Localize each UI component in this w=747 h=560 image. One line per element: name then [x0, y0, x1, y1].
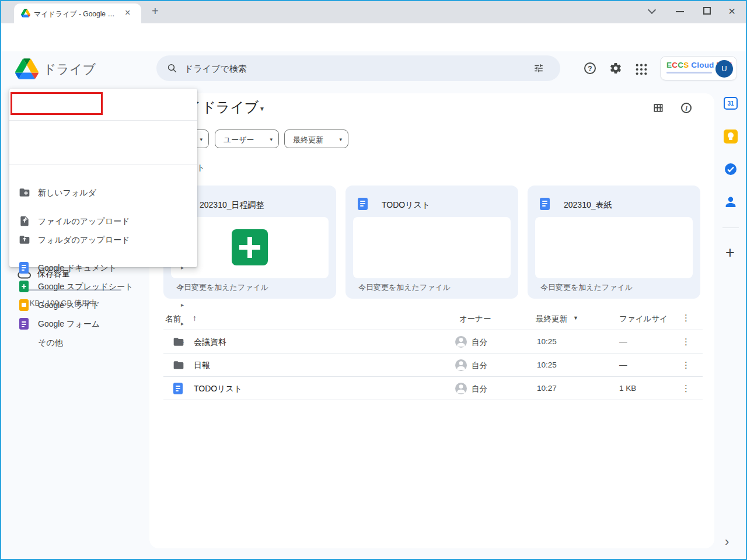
card-preview: [353, 217, 511, 278]
row-kebab-icon[interactable]: ⋮: [682, 360, 690, 370]
sort-ascending-icon[interactable]: ↑: [193, 313, 197, 323]
help-icon[interactable]: ?: [584, 62, 596, 74]
drive-logo-text: ドライブ: [43, 61, 96, 78]
suggestions-section-label-fragment: ト: [197, 163, 205, 173]
search-icon: [167, 63, 177, 74]
drive-favicon-icon: [21, 9, 30, 18]
chevron-down-icon: ▾: [339, 136, 342, 142]
menu-item-label: Google スライド: [38, 300, 100, 311]
column-header-owner[interactable]: オーナー: [459, 314, 491, 324]
add-side-panel-app-button[interactable]: +: [725, 244, 735, 262]
drive-search-bar[interactable]: [156, 55, 560, 81]
submenu-arrow-icon: ▸: [181, 264, 184, 271]
file-name: TODOリスト: [194, 384, 242, 394]
chevron-down-icon: ▾: [270, 136, 273, 142]
file-size: —: [619, 337, 627, 346]
column-header-modified[interactable]: 最終更新: [536, 314, 567, 324]
card-footer: 今日変更を加えたファイル: [540, 282, 633, 293]
menu-item-label: Google ドキュメント: [38, 263, 117, 274]
modified-time: 10:25: [537, 337, 557, 346]
title-bar: マイドライブ - Google ドライブ × + ×: [0, 0, 747, 23]
owner-avatar-icon: [455, 336, 467, 348]
badge-letter: S: [683, 61, 689, 69]
browser-window: マイドライブ - Google ドライブ × + × drive.google.…: [0, 0, 747, 560]
divider: [163, 376, 703, 377]
file-upload-icon: [19, 215, 30, 227]
file-size: —: [619, 360, 627, 369]
file-size: 1 KB: [619, 384, 636, 393]
docs-file-icon: [173, 383, 183, 394]
modified-time: 10:25: [537, 360, 557, 369]
contacts-icon[interactable]: [724, 195, 738, 209]
suggested-card[interactable]: TODOリスト 今日変更を加えたファイル: [345, 186, 518, 299]
row-kebab-icon[interactable]: ⋮: [682, 383, 690, 394]
submenu-arrow-icon: ▸: [181, 283, 184, 289]
new-menu: 新しいフォルダ ファイルのアップロード フォルダのアップロード Google ド…: [9, 89, 197, 267]
browser-tab[interactable]: マイドライブ - Google ドライブ ×: [14, 4, 141, 23]
card-footer: 今日変更を加えたファイル: [358, 282, 451, 293]
divider: [9, 120, 197, 121]
badge-letter: E: [666, 61, 672, 69]
submenu-arrow-icon: ▸: [181, 320, 184, 327]
divider: [163, 330, 703, 330]
column-header-size[interactable]: ファイルサイ: [619, 314, 668, 324]
forms-icon: [19, 318, 29, 330]
menu-item-label: その他: [38, 338, 63, 348]
table-options-kebab-icon[interactable]: ⋮: [682, 313, 690, 323]
docs-file-icon: [540, 198, 550, 210]
filter-chip-people[interactable]: ユーザー ▾: [215, 130, 279, 148]
annotation-highlight-box: [11, 92, 103, 115]
divider: [163, 400, 703, 400]
suggested-card[interactable]: 202310_表紙 今日変更を加えたファイル: [528, 186, 700, 299]
settings-gear-icon[interactable]: [609, 62, 622, 75]
chip-label: ユーザー: [224, 135, 254, 145]
sheets-thumbnail-icon: [232, 229, 268, 265]
tab-search-chevron-icon[interactable]: [648, 6, 656, 14]
row-kebab-icon[interactable]: ⋮: [682, 337, 690, 347]
expand-side-panel-chevron-icon[interactable]: ›: [725, 534, 729, 550]
search-options-icon[interactable]: [533, 63, 544, 74]
docs-icon: [19, 262, 29, 274]
menu-item-label: 新しいフォルダ: [38, 188, 96, 198]
card-title: 202310_表紙: [564, 200, 612, 211]
card-title: 202310_日程調整: [200, 200, 264, 211]
grid-view-toggle-icon[interactable]: [652, 102, 664, 114]
calendar-icon[interactable]: 31: [724, 97, 738, 110]
search-input[interactable]: [184, 61, 500, 75]
sort-descending-icon[interactable]: ▼: [573, 315, 578, 321]
account-avatar[interactable]: U: [715, 60, 733, 78]
badge-letter: C: [672, 61, 678, 69]
window-close-button[interactable]: ×: [728, 4, 735, 18]
owner-avatar-icon: [455, 359, 467, 371]
window-minimize-button[interactable]: [676, 11, 684, 12]
column-header-name[interactable]: 名前: [165, 314, 181, 324]
slides-icon: [19, 299, 29, 311]
new-tab-button[interactable]: +: [152, 5, 159, 18]
badge-letter: C: [678, 61, 683, 69]
menu-item-label: フォルダのアップロード: [38, 235, 130, 246]
folder-upload-icon: [19, 234, 30, 246]
file-name: 日報: [194, 360, 210, 371]
account-badge[interactable]: ECCS Cloud Mail U: [660, 56, 737, 80]
info-icon[interactable]: i: [681, 103, 692, 113]
keep-icon[interactable]: [724, 130, 738, 144]
owner-name: 自分: [472, 384, 487, 394]
submenu-arrow-icon: ▸: [181, 339, 184, 345]
drive-logo-icon[interactable]: [15, 58, 39, 79]
chevron-down-icon: ▾: [200, 136, 203, 142]
apps-grid-icon[interactable]: [635, 63, 648, 76]
owner-avatar-icon: [455, 383, 467, 394]
badge-word: Cloud: [689, 61, 714, 69]
docs-file-icon: [358, 198, 368, 210]
tab-close-icon[interactable]: ×: [125, 8, 130, 18]
divider: [9, 164, 197, 165]
folder-icon: [173, 359, 184, 371]
sheets-icon: [19, 281, 29, 292]
badge-subtext-line: [666, 72, 712, 74]
window-maximize-button[interactable]: [703, 7, 711, 15]
tasks-icon[interactable]: [724, 162, 738, 176]
filter-chip-modified[interactable]: 最終更新 ▾: [284, 130, 348, 148]
browser-toolbar: drive.google.com/drive/my-drive U ⋮: [0, 23, 747, 51]
divider: [722, 228, 739, 228]
page-title-caret-icon[interactable]: ▼: [259, 106, 265, 112]
